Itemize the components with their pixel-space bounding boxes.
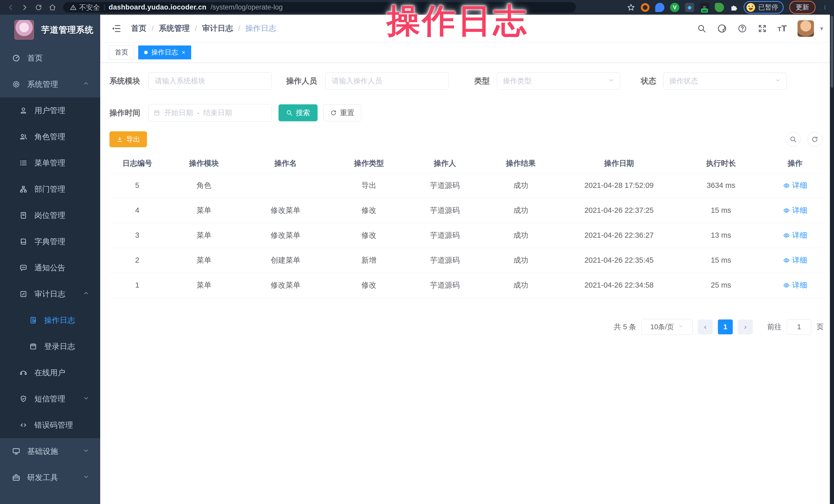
extension-icon[interactable]: V	[670, 3, 679, 12]
extension-icon[interactable]: ≡on	[700, 3, 709, 12]
bookmark-star-icon[interactable]	[627, 3, 635, 12]
eye-icon	[783, 182, 790, 189]
detail-link[interactable]: 详细	[783, 255, 807, 265]
extension-icon[interactable]: ◆	[685, 3, 694, 12]
collapse-sidebar-icon[interactable]	[111, 23, 121, 34]
cell-operator: 芋道源码	[410, 173, 480, 198]
sidebar-item-online-users[interactable]: 在线用户	[0, 359, 100, 386]
export-button[interactable]: 导出	[109, 131, 147, 147]
browser-menu-icon[interactable]	[821, 4, 829, 11]
scrollbar-thumb[interactable]	[831, 16, 833, 88]
extension-icon[interactable]	[715, 3, 724, 12]
select-placeholder: 操作类型	[503, 76, 532, 86]
sidebar-item-notice[interactable]: 通知公告	[0, 255, 100, 281]
cell-op-type: 修改	[328, 273, 410, 298]
detail-link[interactable]: 详细	[783, 280, 807, 290]
export-button-label: 导出	[126, 135, 140, 144]
help-icon[interactable]	[738, 24, 747, 33]
table-row: 3 菜单 修改菜单 修改 芋道源码 成功 2021-04-26 22:36:27…	[109, 223, 825, 248]
cell-duration: 15 ms	[677, 248, 765, 273]
tag-label: 操作日志	[151, 48, 178, 57]
sidebar-item-operate-log[interactable]: 操作日志	[0, 307, 100, 333]
next-page-button[interactable]: ›	[738, 320, 753, 334]
sidebar-item-dept-mgmt[interactable]: 部门管理	[0, 176, 100, 202]
search-button[interactable]: 搜索	[279, 104, 317, 121]
sidebar-item-home[interactable]: 首页	[0, 45, 100, 71]
search-icon[interactable]	[697, 24, 706, 33]
page-size-select[interactable]: 10条/页	[641, 319, 693, 335]
detail-link[interactable]: 详细	[783, 205, 807, 216]
sidebar-item-infrastructure[interactable]: 基础设施	[0, 438, 100, 464]
security-warning[interactable]: 不安全	[70, 3, 100, 12]
forward-icon[interactable]	[19, 2, 30, 13]
prev-page-button[interactable]: ‹	[698, 320, 713, 334]
status-select[interactable]: 操作状态	[663, 72, 787, 90]
font-size-icon[interactable]: TT	[778, 23, 787, 34]
address-bar[interactable]: 不安全 dashboard.yudao.iocoder.cn/system/lo…	[63, 2, 576, 13]
app-logo-row[interactable]: 芋道管理系统	[0, 15, 100, 45]
sidebar-item-post-mgmt[interactable]: 岗位管理	[0, 202, 100, 228]
window-scrollbar[interactable]	[830, 15, 834, 504]
detail-link[interactable]: 详细	[783, 180, 807, 191]
type-select[interactable]: 操作类型	[497, 72, 620, 90]
operator-label: 操作人员	[286, 76, 325, 86]
paused-profile-badge[interactable]: 已暂停	[744, 1, 784, 14]
sidebar-item-login-log[interactable]: 登录日志	[0, 333, 100, 359]
extension-icon[interactable]	[641, 3, 650, 12]
tag-home[interactable]: 首页	[109, 45, 134, 59]
notice-icon	[19, 264, 28, 272]
github-icon[interactable]	[717, 24, 727, 34]
show-search-button[interactable]	[786, 132, 800, 147]
sidebar-item-audit-log[interactable]: 审计日志	[0, 281, 100, 307]
operator-input[interactable]	[325, 72, 448, 90]
sidebar-item-error-code[interactable]: 错误码管理	[0, 412, 100, 438]
start-date-placeholder: 开始日期	[164, 108, 193, 118]
page-1-button[interactable]: 1	[718, 320, 733, 334]
close-icon[interactable]: ×	[182, 49, 185, 56]
table-header-row: 日志编号 操作模块 操作名 操作类型 操作人 操作结果 操作日期 执行时长 操作	[109, 154, 825, 173]
cell-date: 2021-04-26 22:36:27	[562, 223, 677, 248]
sidebar-item-menu-mgmt[interactable]: 菜单管理	[0, 150, 100, 176]
breadcrumb-item[interactable]: 首页	[131, 23, 147, 34]
back-icon[interactable]	[5, 2, 17, 13]
security-label: 不安全	[79, 3, 100, 12]
reload-icon[interactable]	[33, 2, 44, 13]
caret-down-icon[interactable]: ▾	[820, 25, 823, 32]
sidebar-item-role-mgmt[interactable]: 角色管理	[0, 124, 100, 150]
extension-icon[interactable]	[655, 3, 664, 12]
address-divider	[104, 4, 105, 10]
breadcrumb-item[interactable]: 系统管理	[159, 23, 190, 34]
reset-button[interactable]: 重置	[323, 104, 361, 121]
extensions-puzzle-icon[interactable]	[730, 3, 738, 12]
cell-op-type: 修改	[328, 223, 410, 248]
sidebar-item-system-mgmt[interactable]: 系统管理	[0, 71, 100, 97]
fullscreen-icon[interactable]	[758, 24, 767, 33]
eye-icon	[783, 257, 790, 264]
col-header: 操作日期	[562, 154, 677, 173]
tag-operate-log[interactable]: 操作日志 ×	[138, 45, 191, 59]
chevron-up-icon	[83, 290, 89, 299]
breadcrumb-item[interactable]: 审计日志	[202, 23, 233, 34]
page-size-value: 10条/页	[650, 322, 674, 332]
detail-link[interactable]: 详细	[783, 230, 807, 241]
extension-on-badge: on	[701, 8, 708, 13]
browser-update-button[interactable]: 更新	[789, 1, 815, 14]
eye-icon	[783, 207, 790, 214]
eye-icon	[783, 282, 790, 289]
sidebar-item-user-mgmt[interactable]: 用户管理	[0, 97, 100, 124]
table-row: 2 菜单 创建菜单 新增 芋道源码 成功 2021-04-26 22:35:45…	[109, 248, 825, 273]
refresh-table-button[interactable]	[807, 132, 822, 147]
cell-result: 成功	[480, 248, 562, 273]
calendar-icon	[153, 109, 160, 116]
cell-date: 2021-04-28 17:52:09	[562, 173, 677, 198]
sidebar-item-sms-mgmt[interactable]: 短信管理	[0, 386, 100, 412]
sidebar-item-dict-mgmt[interactable]: 字典管理	[0, 228, 100, 255]
module-input[interactable]	[149, 72, 272, 90]
user-avatar[interactable]	[797, 20, 814, 37]
home-icon[interactable]	[47, 2, 58, 13]
sidebar-item-dev-tools[interactable]: 研发工具	[0, 464, 100, 491]
goto-page-input[interactable]	[787, 319, 811, 335]
cell-module: 菜单	[165, 248, 243, 273]
sidebar-item-label: 用户管理	[35, 105, 65, 116]
date-range-picker[interactable]: 开始日期 - 结束日期	[149, 104, 272, 122]
